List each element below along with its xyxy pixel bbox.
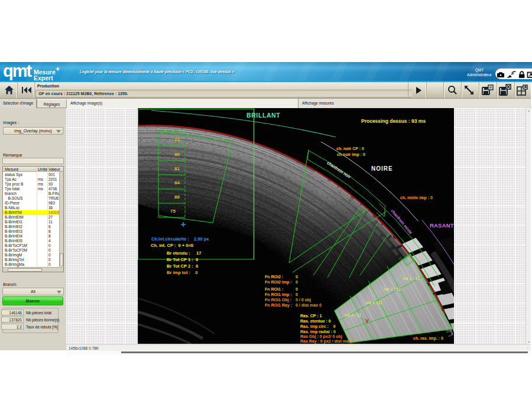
svg-text:80: 80 — [174, 152, 180, 157]
svg-text:Fn ROI1 Ray :: Fn ROI1 Ray : — [265, 303, 292, 308]
svg-text:0: 0 — [296, 280, 298, 284]
svg-text:0 / dist max 0: 0 / dist max 0 — [296, 303, 322, 307]
svg-text:0: 0 — [296, 292, 298, 297]
svg-text:Fn ROI1 :: Fn ROI1 : — [265, 287, 283, 291]
svg-text:Fn ROI2 imp :: Fn ROI2 imp : — [265, 280, 292, 285]
svg-text:int 4 : 11: int 4 : 11 — [345, 313, 361, 317]
svg-text:88: 88 — [174, 194, 180, 200]
svg-text:ch. ras. imp. : 0: ch. ras. imp. : 0 — [413, 336, 443, 341]
svg-text:0 / 0 obj: 0 / 0 obj — [296, 298, 311, 302]
svg-text:Br Tot CP 1 : 0: Br Tot CP 1 : 0 — [167, 257, 198, 262]
svg-text:Br etendu : 17: Br etendu : 17 — [167, 250, 201, 256]
svg-text:RASANT: RASANT — [430, 222, 454, 229]
svg-text:Fn ROI1 imp :: Fn ROI1 imp : — [265, 292, 292, 297]
svg-text:Ras. imp radial : 0: Ras. imp radial : 0 — [300, 330, 336, 334]
svg-text:71: 71 — [174, 137, 180, 142]
svg-text:Ras Obj : 0 px2/ 0 obj: Ras Obj : 0 px2/ 0 obj — [300, 334, 342, 339]
svg-text:BRILLANT: BRILLANT — [246, 112, 280, 119]
svg-text:Br Tot CP 2 : 0: Br Tot CP 2 : 0 — [167, 263, 198, 269]
svg-text:NOIRE: NOIRE — [371, 165, 393, 172]
svg-text:Fn ROI1 Obj :: Fn ROI1 Obj : — [265, 298, 291, 302]
svg-text:ch noir imp : 0: ch noir imp : 0 — [337, 152, 365, 157]
svg-text:Ras. CP : 1: Ras. CP : 1 — [300, 314, 322, 318]
svg-text:81: 81 — [174, 166, 180, 171]
svg-text:Br imp tot : 0: Br imp tot : 0 — [167, 270, 198, 275]
svg-text:75: 75 — [170, 209, 176, 214]
svg-text:int 1 : 11: int 1 : 11 — [403, 276, 420, 281]
svg-text:Ras. etentue : 0: Ras. etentue : 0 — [300, 319, 331, 323]
svg-text:ch. noir CP : 0: ch. noir CP : 0 — [336, 146, 364, 151]
svg-text:int 3 : 11: int 3 : 11 — [366, 301, 382, 305]
svg-text:ch. mixte imp : 0: ch. mixte imp : 0 — [400, 196, 433, 200]
svg-text:Fn ROI2 :: Fn ROI2 : — [265, 275, 283, 279]
svg-text:Ch. int. CP : 0 + 0=0: Ch. int. CP : 0 + 0=0 — [151, 243, 193, 248]
svg-text:0: 0 — [296, 275, 298, 279]
svg-text:Ras Ray : 0 px2 / dist max 0: Ras Ray : 0 px2 / dist max 0 — [300, 339, 355, 344]
svg-text:84: 84 — [174, 180, 180, 185]
svg-text:Processing dessus : 93 ms: Processing dessus : 93 ms — [361, 118, 426, 124]
svg-text:Ch.Int.circularité : 2,90 p: Ch.Int.circularité : 2,90 px — [151, 236, 209, 242]
svg-text:Ras. imp circ : 0: Ras. imp circ : 0 — [300, 324, 336, 329]
svg-text:0: 0 — [296, 287, 298, 291]
svg-text:int 2 : 11: int 2 : 11 — [384, 287, 401, 291]
